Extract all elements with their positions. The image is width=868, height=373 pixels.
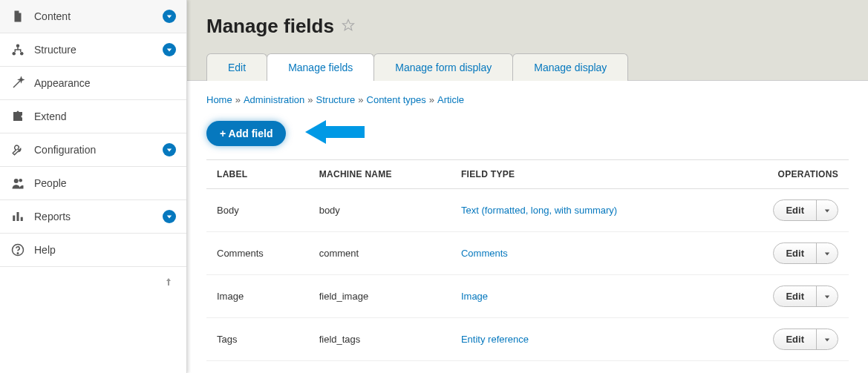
field-type-link[interactable]: Comments [461,248,508,259]
field-ops-cell: Edit [719,318,849,361]
hierarchy-icon [10,42,25,57]
operations-caret-icon[interactable] [817,200,838,220]
edit-button[interactable]: Edit [774,329,817,349]
field-ops-cell: Edit [719,275,849,318]
svg-rect-9 [17,212,19,221]
sidebar-item-label: Appearance [34,77,176,89]
field-machine-cell: comment [309,232,451,275]
tab-manage-display[interactable]: Manage display [512,53,628,81]
add-field-button[interactable]: + Add field [206,121,286,146]
breadcrumb-link[interactable]: Article [437,94,464,105]
operations-caret-icon[interactable] [817,243,838,263]
svg-marker-11 [167,215,172,218]
operations-dropbutton: Edit [773,329,838,350]
edit-button[interactable]: Edit [774,243,817,263]
field-type-link[interactable]: Entity reference [461,334,529,345]
admin-sidebar: ContentStructureAppearanceExtendConfigur… [0,0,187,373]
puzzle-icon [10,109,25,124]
svg-rect-10 [21,217,23,221]
breadcrumb-link[interactable]: Content types [367,94,426,105]
field-type-link[interactable]: Text (formatted, long, with summary) [461,205,617,216]
sidebar-item-label: Extend [34,110,176,122]
chevron-down-icon [163,43,176,56]
table-header: MACHINE NAME [309,160,451,189]
field-type-cell: Text (formatted, long, with summary) [451,189,719,232]
fields-table: LABELMACHINE NAMEFIELD TYPEOPERATIONS Bo… [206,159,849,361]
breadcrumb-link[interactable]: Structure [316,94,356,105]
sidebar-item-reports[interactable]: Reports [0,200,186,234]
sidebar-item-structure[interactable]: Structure [0,33,186,67]
svg-point-1 [16,44,20,48]
svg-marker-17 [825,252,829,255]
help-icon [10,242,25,257]
people-icon [10,176,25,191]
sidebar-item-configuration[interactable]: Configuration [0,133,186,167]
field-label-cell: Tags [206,318,309,361]
field-ops-cell: Edit [719,232,849,275]
sidebar-item-help[interactable]: Help [0,234,186,267]
field-label-cell: Body [206,189,309,232]
add-field-row: + Add field [206,119,849,148]
breadcrumb-link[interactable]: Home [206,94,232,105]
svg-marker-15 [305,120,365,144]
tab-edit[interactable]: Edit [206,53,267,81]
table-row: Imagefield_imageImageEdit [206,275,849,318]
breadcrumb-link[interactable]: Administration [244,94,304,105]
sidebar-item-appearance[interactable]: Appearance [0,67,186,100]
breadcrumb: Home»Administration»Structure»Content ty… [206,94,849,105]
field-machine-cell: field_tags [309,318,451,361]
svg-point-13 [17,253,19,254]
sidebar-item-label: Configuration [34,144,163,156]
sidebar-item-people[interactable]: People [0,167,186,200]
breadcrumb-separator: » [235,94,241,105]
operations-caret-icon[interactable] [817,329,838,349]
table-row: BodybodyText (formatted, long, with summ… [206,189,849,232]
sidebar-item-extend[interactable]: Extend [0,100,186,133]
svg-point-2 [13,52,16,56]
svg-marker-16 [825,209,829,212]
table-header: FIELD TYPE [451,160,719,189]
svg-marker-18 [825,295,829,298]
sidebar-item-label: Reports [34,211,163,222]
main-content: Manage fields EditManage fieldsManage fo… [187,0,868,373]
sidebar-item-label: Structure [34,44,163,56]
svg-point-3 [20,52,24,56]
pointer-arrow-icon [305,119,365,148]
primary-tabs: EditManage fieldsManage form displayMana… [206,53,849,80]
page-title: Manage fields [206,15,334,38]
tab-manage-form-display[interactable]: Manage form display [373,53,513,81]
tab-manage-fields[interactable]: Manage fields [267,53,374,81]
operations-dropbutton: Edit [773,199,838,221]
field-machine-cell: field_image [309,275,451,318]
breadcrumb-separator: » [307,94,313,105]
field-label-cell: Image [206,275,309,318]
sidebar-item-label: Content [34,10,163,22]
page-title-row: Manage fields [206,15,849,38]
svg-point-7 [19,179,23,182]
collapse-sidebar-button[interactable] [161,274,176,289]
chevron-down-icon [163,10,176,23]
operations-dropbutton: Edit [773,285,838,307]
sidebar-item-label: Help [34,244,176,256]
wand-icon [10,76,25,90]
field-type-cell: Entity reference [451,318,719,361]
header-region: Manage fields EditManage fieldsManage fo… [187,0,868,81]
svg-point-6 [14,179,19,183]
breadcrumb-separator: » [429,94,434,105]
field-type-link[interactable]: Image [461,291,488,302]
svg-marker-5 [167,148,172,151]
sidebar-item-content[interactable]: Content [0,0,186,33]
edit-button[interactable]: Edit [774,286,817,306]
chevron-down-icon [163,143,176,156]
content-region: Home»Administration»Structure»Content ty… [187,81,868,373]
edit-button[interactable]: Edit [774,200,817,220]
table-row: Tagsfield_tagsEntity referenceEdit [206,318,849,361]
field-type-cell: Comments [451,232,719,275]
field-machine-cell: body [309,189,451,232]
operations-dropbutton: Edit [773,242,838,264]
favorite-star-icon[interactable] [342,19,355,34]
operations-caret-icon[interactable] [817,286,838,306]
field-ops-cell: Edit [719,189,849,232]
table-header: OPERATIONS [719,160,849,189]
file-icon [10,9,25,24]
